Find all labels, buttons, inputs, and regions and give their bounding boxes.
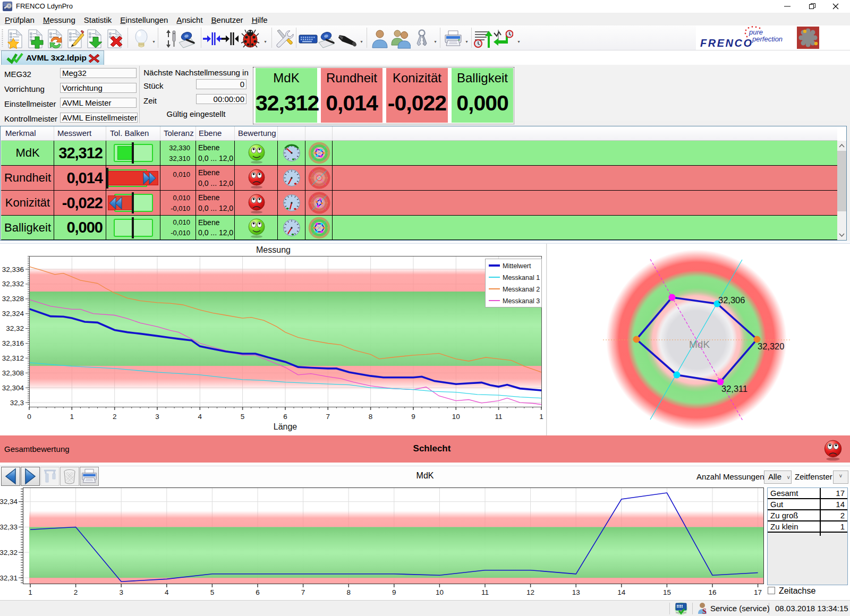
svg-text:32,336: 32,336 [2,266,24,273]
svg-text:32,32: 32,32 [0,549,18,557]
svg-text:32,311: 32,311 [721,384,747,393]
svg-text:1: 1 [28,588,32,596]
svg-text:10: 10 [452,413,460,421]
svg-text:3: 3 [119,588,123,596]
svg-text:32,324: 32,324 [2,310,24,318]
svg-text:32,32: 32,32 [6,324,24,332]
svg-text:9: 9 [392,588,396,596]
svg-text:32,33: 32,33 [0,523,18,531]
svg-text:11: 11 [481,588,489,596]
svg-text:11: 11 [495,413,503,421]
svg-text:32,34: 32,34 [0,498,18,506]
svg-text:9: 9 [411,413,415,421]
svg-text:8: 8 [369,413,373,421]
svg-text:16: 16 [708,588,716,596]
svg-text:Messkanal 3: Messkanal 3 [503,297,540,305]
svg-text:FRENCO: FRENCO [700,37,753,49]
svg-text:0: 0 [27,413,31,421]
svg-text:2: 2 [74,588,78,596]
svg-text:32,306: 32,306 [718,295,745,305]
svg-text:6: 6 [283,413,287,421]
svg-text:MdK: MdK [689,339,710,350]
svg-text:Messkanal 1: Messkanal 1 [503,274,540,281]
svg-text:32,332: 32,332 [2,280,24,288]
svg-text:5: 5 [241,413,245,421]
svg-text:10: 10 [436,588,444,596]
svg-text:13: 13 [572,588,580,596]
svg-text:32,31: 32,31 [0,574,18,582]
svg-text:12: 12 [526,588,534,596]
svg-text:32,316: 32,316 [2,339,24,347]
svg-text:15: 15 [663,588,671,596]
svg-text:32,328: 32,328 [2,295,24,303]
svg-text:32,304: 32,304 [2,384,24,392]
svg-text:17: 17 [754,588,762,596]
svg-text:S: S [702,608,707,615]
svg-text:32,308: 32,308 [2,369,24,377]
svg-text:4: 4 [165,588,169,596]
svg-text:7: 7 [326,413,330,421]
svg-text:8: 8 [346,588,351,596]
svg-text:perfection: perfection [752,35,783,43]
svg-text:Länge: Länge [274,422,298,431]
svg-text:32,312: 32,312 [2,354,24,362]
svg-text:Mittelwert: Mittelwert [503,262,531,270]
svg-text:2: 2 [113,413,117,421]
svg-text:Messkanal 2: Messkanal 2 [503,286,540,293]
svg-text:7: 7 [301,588,305,596]
svg-text:14: 14 [617,588,626,596]
svg-text:6: 6 [256,588,260,596]
svg-text:1: 1 [539,413,543,421]
svg-text:1: 1 [70,413,74,421]
svg-text:32,3: 32,3 [10,399,24,407]
svg-text:3: 3 [155,413,159,421]
svg-text:32,320: 32,320 [758,341,784,351]
svg-text:5: 5 [210,588,215,596]
svg-text:4: 4 [198,413,202,421]
